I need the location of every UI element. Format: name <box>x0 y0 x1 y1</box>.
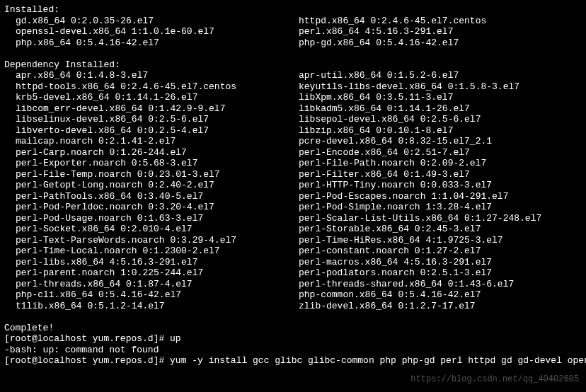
package-entry: perl-libs.x86_64 4:5.16.3-291.el7 <box>16 257 299 268</box>
package-row: t1lib.x86_64 0:5.1.2-14.el7zlib-devel.x8… <box>4 301 582 312</box>
package-entry: perl-Getopt-Long.noarch 0:2.40-2.el7 <box>16 180 299 191</box>
package-row: krb5-devel.x86_64 0:1.14.1-26.el7libXpm.… <box>4 92 582 103</box>
section-header-installed: Installed: <box>4 4 582 16</box>
package-row: perl-Text-ParseWords.noarch 0:3.29-4.el7… <box>4 235 582 246</box>
package-entry: perl-macros.x86_64 4:5.16.3-291.el7 <box>299 257 492 268</box>
package-entry: perl-Storable.x86_64 0:2.45-3.el7 <box>299 224 481 235</box>
shell-prompt-2[interactable]: [root@localhost yum.repos.d]# yum -y ins… <box>4 355 582 367</box>
package-entry: php-common.x86_64 0:5.4.16-42.el7 <box>299 289 481 301</box>
package-entry: perl-Socket.x86_64 0:2.010-4.el7 <box>16 224 299 235</box>
package-entry: perl-Filter.x86_64 0:1.49-3.el7 <box>299 169 470 180</box>
package-entry: apr-util.x86_64 0:1.5.2-6.el7 <box>299 70 459 81</box>
package-entry: libzip.x86_64 0:0.10.1-8.el7 <box>299 125 453 137</box>
shell-error: -bash: up: command not found <box>4 345 582 356</box>
package-entry: libverto-devel.x86_64 0:0.2.5-4.el7 <box>16 125 299 137</box>
package-entry: perl-HTTP-Tiny.noarch 0:0.033-3.el7 <box>299 180 492 191</box>
package-entry: mailcap.noarch 0:2.1.41-2.el7 <box>16 136 299 147</box>
package-row: perl-Exporter.noarch 0:5.68-3.el7perl-Fi… <box>4 158 582 169</box>
package-row: libcom_err-devel.x86_64 0:1.42.9-9.el7li… <box>4 103 582 115</box>
package-row: httpd-tools.x86_64 0:2.4.6-45.el7.centos… <box>4 81 582 93</box>
package-row: libselinux-devel.x86_64 0:2.5-6.el7libse… <box>4 114 582 125</box>
package-entry: perl-Exporter.noarch 0:5.68-3.el7 <box>16 158 299 169</box>
package-entry: perl-Time-HiRes.x86_64 4:1.9725-3.el7 <box>299 235 503 246</box>
package-row: perl-threads.x86_64 0:1.87-4.el7perl-thr… <box>4 279 582 290</box>
package-entry: perl-parent.noarch 1:0.225-244.el7 <box>16 267 299 279</box>
package-row: gd.x86_64 0:2.0.35-26.el7httpd.x86_64 0:… <box>4 16 582 27</box>
package-row: openssl-devel.x86_64 1:1.0.1e-60.el7perl… <box>4 26 582 38</box>
terminal-output: Installed: gd.x86_64 0:2.0.35-26.el7http… <box>4 4 582 367</box>
package-entry: pcre-devel.x86_64 0:8.32-15.el7_2.1 <box>299 136 492 147</box>
package-entry: perl-Pod-Usage.noarch 0:1.63-3.el7 <box>16 213 299 224</box>
package-entry: libcom_err-devel.x86_64 0:1.42.9-9.el7 <box>16 103 299 115</box>
package-row: mailcap.noarch 0:2.1.41-2.el7pcre-devel.… <box>4 136 582 147</box>
section-header-deps: Dependency Installed: <box>4 59 582 71</box>
package-entry: libsepol-devel.x86_64 0:2.5-6.el7 <box>299 114 481 125</box>
package-row: perl-Time-Local.noarch 0:1.2300-2.el7per… <box>4 246 582 257</box>
package-entry: perl-threads-shared.x86_64 0:1.43-6.el7 <box>299 279 514 290</box>
package-entry: perl-Pod-Simple.noarch 1:3.28-4.el7 <box>299 202 492 213</box>
package-entry: openssl-devel.x86_64 1:1.0.1e-60.el7 <box>16 26 299 38</box>
package-entry: perl.x86_64 4:5.16.3-291.el7 <box>299 26 453 38</box>
package-entry: perl-Text-ParseWords.noarch 0:3.29-4.el7 <box>16 235 299 246</box>
watermark: https://blog.csdn.net/qq_40402685 <box>410 374 579 386</box>
package-row: perl-Getopt-Long.noarch 0:2.40-2.el7perl… <box>4 180 582 191</box>
package-row: perl-libs.x86_64 4:5.16.3-291.el7perl-ma… <box>4 257 582 268</box>
package-entry: perl-constant.noarch 0:1.27-2.el7 <box>299 246 481 257</box>
package-entry: perl-PathTools.x86_64 0:3.40-5.el7 <box>16 191 299 202</box>
package-entry: perl-File-Temp.noarch 0:0.23.01-3.el7 <box>16 169 299 180</box>
package-row: perl-Pod-Usage.noarch 0:1.63-3.el7perl-S… <box>4 213 582 224</box>
package-entry: httpd.x86_64 0:2.4.6-45.el7.centos <box>299 16 486 27</box>
package-entry: perl-Carp.noarch 0:1.26-244.el7 <box>16 147 299 158</box>
package-entry: gd.x86_64 0:2.0.35-26.el7 <box>16 16 299 27</box>
package-entry: zlib-devel.x86_64 0:1.2.7-17.el7 <box>299 301 476 312</box>
package-row: perl-parent.noarch 1:0.225-244.el7perl-p… <box>4 267 582 279</box>
package-entry: perl-File-Path.noarch 0:2.09-2.el7 <box>299 158 486 169</box>
package-entry: t1lib.x86_64 0:5.1.2-14.el7 <box>16 301 299 312</box>
package-entry: httpd-tools.x86_64 0:2.4.6-45.el7.centos <box>16 81 299 93</box>
package-row: perl-PathTools.x86_64 0:3.40-5.el7perl-P… <box>4 191 582 202</box>
package-entry: apr.x86_64 0:1.4.8-3.el7 <box>16 70 299 81</box>
package-entry: perl-Pod-Escapes.noarch 1:1.04-291.el7 <box>299 191 508 202</box>
package-entry: krb5-devel.x86_64 0:1.14.1-26.el7 <box>16 92 299 103</box>
package-entry: perl-threads.x86_64 0:1.87-4.el7 <box>16 279 299 290</box>
package-entry: php-gd.x86_64 0:5.4.16-42.el7 <box>299 38 459 49</box>
package-row: perl-File-Temp.noarch 0:0.23.01-3.el7per… <box>4 169 582 180</box>
installed-list: gd.x86_64 0:2.0.35-26.el7httpd.x86_64 0:… <box>4 16 582 49</box>
package-entry: perl-podlators.noarch 0:2.5.1-3.el7 <box>299 267 492 279</box>
shell-prompt-1: [root@localhost yum.repos.d]# up <box>4 333 582 345</box>
package-entry: libkadm5.x86_64 0:1.14.1-26.el7 <box>299 103 470 115</box>
package-row: php.x86_64 0:5.4.16-42.el7php-gd.x86_64 … <box>4 38 582 49</box>
deps-list: apr.x86_64 0:1.4.8-3.el7apr-util.x86_64 … <box>4 70 582 311</box>
package-row: php-cli.x86_64 0:5.4.16-42.el7php-common… <box>4 289 582 301</box>
package-entry: keyutils-libs-devel.x86_64 0:1.5.8-3.el7 <box>299 81 519 93</box>
package-row: libverto-devel.x86_64 0:0.2.5-4.el7libzi… <box>4 125 582 137</box>
package-entry: php.x86_64 0:5.4.16-42.el7 <box>16 38 299 49</box>
package-entry: perl-Time-Local.noarch 0:1.2300-2.el7 <box>16 246 299 257</box>
package-row: apr.x86_64 0:1.4.8-3.el7apr-util.x86_64 … <box>4 70 582 81</box>
package-entry: php-cli.x86_64 0:5.4.16-42.el7 <box>16 289 299 301</box>
package-entry: perl-Scalar-List-Utils.x86_64 0:1.27-248… <box>299 213 541 224</box>
package-entry: perl-Encode.x86_64 0:2.51-7.el7 <box>299 147 470 158</box>
package-entry: perl-Pod-Perldoc.noarch 0:3.20-4.el7 <box>16 202 299 213</box>
package-row: perl-Pod-Perldoc.noarch 0:3.20-4.el7perl… <box>4 202 582 213</box>
complete-message: Complete! <box>4 323 582 334</box>
package-row: perl-Socket.x86_64 0:2.010-4.el7perl-Sto… <box>4 224 582 235</box>
package-entry: libselinux-devel.x86_64 0:2.5-6.el7 <box>16 114 299 125</box>
package-entry: libXpm.x86_64 0:3.5.11-3.el7 <box>299 92 453 103</box>
package-row: perl-Carp.noarch 0:1.26-244.el7perl-Enco… <box>4 147 582 158</box>
